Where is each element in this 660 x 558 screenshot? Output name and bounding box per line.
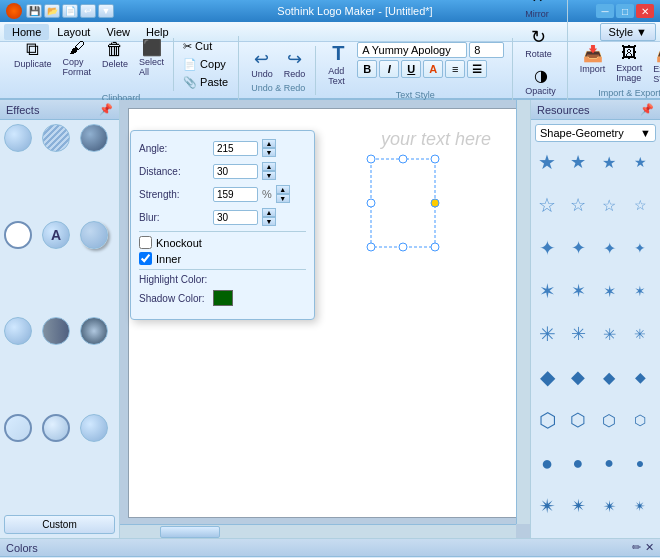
shape-burst-2[interactable]: ✳ [566, 322, 590, 346]
shape-5star-outline-2[interactable]: ☆ [566, 193, 590, 217]
shape-4star-2[interactable]: ✦ [566, 236, 590, 260]
shape-diamond-2[interactable]: ◆ [566, 365, 590, 389]
shape-circle-4[interactable]: ● [628, 451, 652, 475]
horizontal-scroll-thumb[interactable] [160, 526, 220, 538]
maximize-button[interactable]: □ [616, 4, 634, 18]
shape-8star-4[interactable]: ✴ [628, 494, 652, 518]
shadow-color-swatch[interactable] [213, 290, 233, 306]
new-quick-btn[interactable]: 📄 [62, 4, 78, 18]
effect-outlined[interactable] [4, 221, 32, 249]
shape-5star-3[interactable]: ★ [597, 150, 621, 174]
strength-down-btn[interactable]: ▼ [276, 194, 290, 203]
distance-down-btn[interactable]: ▼ [262, 171, 276, 180]
undo-quick-btn[interactable]: ↩ [80, 4, 96, 18]
strength-input[interactable] [213, 187, 258, 202]
add-text-button[interactable]: T Add Text [324, 40, 352, 88]
paste-button[interactable]: 📎 Paste [179, 74, 232, 91]
angle-up-btn[interactable]: ▲ [262, 139, 276, 148]
shape-circle-2[interactable]: ● [566, 451, 590, 475]
effect-e4[interactable] [4, 414, 32, 442]
effect-e3[interactable] [80, 317, 108, 345]
shape-5star-2[interactable]: ★ [566, 150, 590, 174]
shape-circle-3[interactable]: ● [597, 451, 621, 475]
shape-hex-1[interactable]: ⬡ [535, 408, 559, 432]
export-svg-button[interactable]: 📤 ExportSVG [649, 42, 660, 86]
font-name-input[interactable] [357, 42, 467, 58]
shape-6star-4[interactable]: ✶ [628, 279, 652, 303]
effect-e2[interactable] [42, 317, 70, 345]
shape-4star-1[interactable]: ✦ [535, 236, 559, 260]
effect-shadow[interactable] [80, 221, 108, 249]
shape-hex-4[interactable]: ⬡ [628, 408, 652, 432]
shape-6star-1[interactable]: ✶ [535, 279, 559, 303]
inner-checkbox[interactable] [139, 252, 152, 265]
bold-button[interactable]: B [357, 60, 377, 78]
text-color-button[interactable]: A [423, 60, 443, 78]
rotate-button[interactable]: ↻ Rotate [521, 24, 556, 61]
export-image-button[interactable]: 🖼 ExportImage [612, 42, 646, 85]
select-all-button[interactable]: ⬛ SelectAll [135, 38, 168, 79]
shape-4star-3[interactable]: ✦ [597, 236, 621, 260]
shape-circle-1[interactable]: ● [535, 451, 559, 475]
custom-button[interactable]: Custom [4, 515, 115, 534]
align-center-button[interactable]: ☰ [467, 60, 487, 78]
distance-input[interactable] [213, 164, 258, 179]
horizontal-scrollbar[interactable] [120, 524, 516, 538]
close-button[interactable]: ✕ [636, 4, 654, 18]
blur-input[interactable] [213, 210, 258, 225]
shape-5star-4[interactable]: ★ [628, 150, 652, 174]
shape-burst-4[interactable]: ✳ [628, 322, 652, 346]
save-quick-btn[interactable]: 💾 [26, 4, 42, 18]
shape-4star-4[interactable]: ✦ [628, 236, 652, 260]
effect-e1[interactable] [4, 317, 32, 345]
align-left-button[interactable]: ≡ [445, 60, 465, 78]
minimize-button[interactable]: ─ [596, 4, 614, 18]
duplicate-button[interactable]: ⧉ Duplicate [10, 38, 56, 71]
import-button[interactable]: 📥 Import [576, 42, 610, 76]
blur-up-btn[interactable]: ▲ [262, 208, 276, 217]
opacity-button[interactable]: ◑ Opacity [521, 64, 560, 98]
shape-8star-1[interactable]: ✴ [535, 494, 559, 518]
effect-e5[interactable] [42, 414, 70, 442]
vertical-scrollbar[interactable] [516, 100, 530, 524]
shape-burst-1[interactable]: ✳ [535, 322, 559, 346]
shape-5star-outline-3[interactable]: ☆ [597, 193, 621, 217]
effect-plain[interactable] [4, 124, 32, 152]
shape-5star-outline-1[interactable]: ☆ [535, 193, 559, 217]
shape-burst-3[interactable]: ✳ [597, 322, 621, 346]
underline-button[interactable]: U [401, 60, 421, 78]
edit-colors-icon[interactable]: ✏ [632, 541, 641, 554]
shape-diamond-1[interactable]: ◆ [535, 365, 559, 389]
canvas-area[interactable]: your text here DESIGN [120, 100, 530, 538]
shape-8star-2[interactable]: ✴ [566, 494, 590, 518]
delete-button[interactable]: 🗑 Delete [98, 38, 132, 71]
shapes-dropdown[interactable]: Shape-Geometry ▼ [535, 124, 656, 142]
effect-striped[interactable] [42, 124, 70, 152]
close-colors-icon[interactable]: ✕ [645, 541, 654, 554]
dropdown-quick-btn[interactable]: ▼ [98, 4, 114, 18]
style-dropdown[interactable]: Style ▼ [600, 23, 656, 41]
cut-button[interactable]: ✂ Cut [179, 38, 232, 55]
shape-5star-outline-4[interactable]: ☆ [628, 193, 652, 217]
mirror-button[interactable]: ⇔ Mirror [521, 0, 553, 21]
effects-pin-icon[interactable]: 📌 [99, 103, 113, 116]
copy-button[interactable]: 📄 Copy [179, 56, 232, 73]
effect-letter[interactable]: A [42, 221, 70, 249]
copy-format-button[interactable]: 🖌 CopyFormat [59, 38, 96, 79]
shape-6star-3[interactable]: ✶ [597, 279, 621, 303]
angle-input[interactable] [213, 141, 258, 156]
resources-pin-icon[interactable]: 📌 [640, 103, 654, 116]
redo-button[interactable]: ↪ Redo [280, 48, 310, 81]
open-quick-btn[interactable]: 📂 [44, 4, 60, 18]
shape-5star-1[interactable]: ★ [535, 150, 559, 174]
blur-down-btn[interactable]: ▼ [262, 217, 276, 226]
effect-dark[interactable] [80, 124, 108, 152]
italic-button[interactable]: I [379, 60, 399, 78]
shape-hex-3[interactable]: ⬡ [597, 408, 621, 432]
shape-8star-3[interactable]: ✴ [597, 494, 621, 518]
shape-hex-2[interactable]: ⬡ [566, 408, 590, 432]
knockout-checkbox[interactable] [139, 236, 152, 249]
distance-up-btn[interactable]: ▲ [262, 162, 276, 171]
undo-button[interactable]: ↩ Undo [247, 48, 277, 81]
shape-diamond-3[interactable]: ◆ [597, 365, 621, 389]
